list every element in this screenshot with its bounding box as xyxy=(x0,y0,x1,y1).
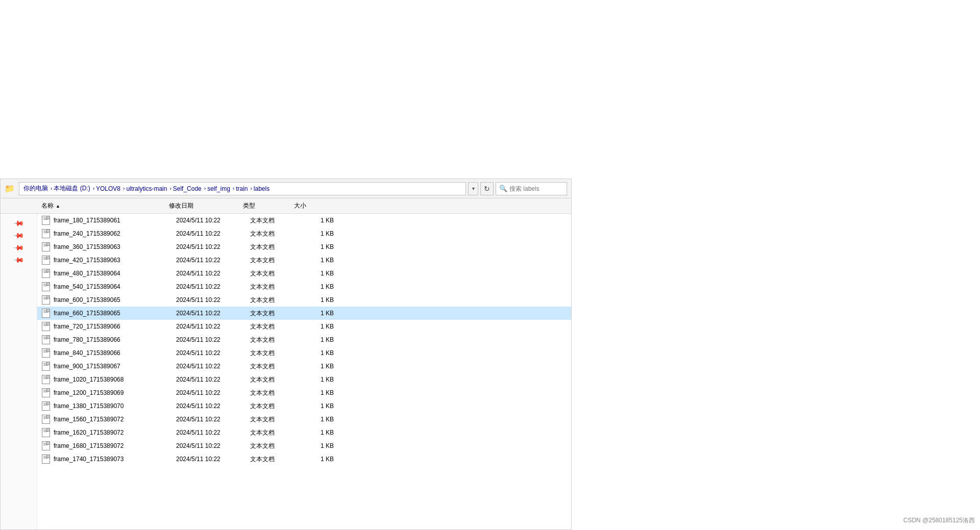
path-segment-self-img[interactable]: self_img › xyxy=(207,185,236,192)
search-input[interactable] xyxy=(509,185,564,192)
table-row[interactable]: frame_1200_1715389069 2024/5/11 10:22 文本… xyxy=(37,386,571,399)
file-size: 1 KB xyxy=(301,270,342,277)
path-label-train[interactable]: train xyxy=(236,185,248,192)
txt-file-icon xyxy=(42,388,50,397)
table-row[interactable]: frame_660_1715389065 2024/5/11 10:22 文本文… xyxy=(37,307,571,320)
col-header-date[interactable]: 修改日期 xyxy=(165,198,239,213)
table-row[interactable]: frame_720_1715389066 2024/5/11 10:22 文本文… xyxy=(37,320,571,333)
table-row[interactable]: frame_1740_1715389073 2024/5/11 10:22 文本… xyxy=(37,452,571,466)
path-label-local-disk[interactable]: 本地磁盘 (D:) xyxy=(54,184,90,193)
top-area xyxy=(0,0,980,179)
file-date: 2024/5/11 10:22 xyxy=(176,429,250,436)
path-label-my-computer[interactable]: 你的电脑 xyxy=(23,184,48,193)
path-chevron-0: › xyxy=(51,186,52,191)
file-icon xyxy=(41,362,51,371)
file-icon xyxy=(41,455,51,464)
file-type: 文本文档 xyxy=(250,243,301,251)
table-row[interactable]: frame_900_1715389067 2024/5/11 10:22 文本文… xyxy=(37,360,571,373)
path-segment-yolov8[interactable]: YOLOV8 › xyxy=(96,185,126,192)
pin-icon-3[interactable]: 📌 xyxy=(11,253,26,267)
col-header-name[interactable]: 名称 ▲ xyxy=(37,198,165,213)
file-icon xyxy=(41,282,51,291)
table-row[interactable]: frame_1620_1715389072 2024/5/11 10:22 文本… xyxy=(37,426,571,439)
table-row[interactable]: frame_480_1715389064 2024/5/11 10:22 文本文… xyxy=(37,267,571,280)
table-row[interactable]: frame_1680_1715389072 2024/5/11 10:22 文本… xyxy=(37,439,571,452)
file-type: 文本文档 xyxy=(250,455,301,464)
txt-file-icon xyxy=(42,295,50,305)
path-label-self-code[interactable]: Self_Code xyxy=(173,185,202,192)
file-icon xyxy=(41,309,51,318)
file-name: frame_420_1715389063 xyxy=(54,257,176,264)
path-label-ultralytics[interactable]: ultralytics-main xyxy=(126,185,167,192)
table-row[interactable]: frame_1380_1715389070 2024/5/11 10:22 文本… xyxy=(37,399,571,413)
txt-file-icon xyxy=(42,401,50,411)
file-date: 2024/5/11 10:22 xyxy=(176,416,250,423)
file-size: 1 KB xyxy=(301,257,342,264)
file-name: frame_900_1715389067 xyxy=(54,363,176,370)
table-row[interactable]: frame_1560_1715389072 2024/5/11 10:22 文本… xyxy=(37,413,571,426)
file-name: frame_720_1715389066 xyxy=(54,323,176,330)
path-segment-train[interactable]: train › xyxy=(236,185,254,192)
explorer-window: 📁 你的电脑 › 本地磁盘 (D:) › YOLOV8 › ultralytic… xyxy=(0,179,572,530)
table-row[interactable]: frame_360_1715389063 2024/5/11 10:22 文本文… xyxy=(37,240,571,254)
refresh-button[interactable]: ↻ xyxy=(480,182,494,195)
table-row[interactable]: frame_240_1715389062 2024/5/11 10:22 文本文… xyxy=(37,227,571,240)
column-headers: 名称 ▲ 修改日期 类型 大小 xyxy=(1,198,571,214)
file-size: 1 KB xyxy=(301,363,342,370)
table-row[interactable]: frame_540_1715389064 2024/5/11 10:22 文本文… xyxy=(37,280,571,293)
txt-file-icon xyxy=(42,309,50,318)
file-size: 1 KB xyxy=(301,323,342,330)
path-label-self-img[interactable]: self_img xyxy=(207,185,230,192)
file-icon xyxy=(41,229,51,238)
txt-file-icon xyxy=(42,455,50,464)
search-icon: 🔍 xyxy=(499,185,507,192)
file-name: frame_600_1715389065 xyxy=(54,296,176,304)
txt-file-icon xyxy=(42,269,50,278)
file-date: 2024/5/11 10:22 xyxy=(176,323,250,330)
table-row[interactable]: frame_180_1715389061 2024/5/11 10:22 文本文… xyxy=(37,214,571,227)
search-box[interactable]: 🔍 xyxy=(496,182,567,195)
file-name: frame_840_1715389066 xyxy=(54,349,176,357)
path-segment-my-computer[interactable]: 你的电脑 › xyxy=(23,184,54,193)
file-list[interactable]: frame_180_1715389061 2024/5/11 10:22 文本文… xyxy=(37,214,571,529)
file-type: 文本文档 xyxy=(250,309,301,318)
file-date: 2024/5/11 10:22 xyxy=(176,376,250,383)
file-date: 2024/5/11 10:22 xyxy=(176,363,250,370)
file-type: 文本文档 xyxy=(250,428,301,437)
file-size: 1 KB xyxy=(301,402,342,410)
path-segment-labels[interactable]: labels xyxy=(254,185,270,192)
file-size: 1 KB xyxy=(301,336,342,343)
txt-file-icon xyxy=(42,335,50,344)
file-size: 1 KB xyxy=(301,283,342,290)
table-row[interactable]: frame_420_1715389063 2024/5/11 10:22 文本文… xyxy=(37,254,571,267)
table-row[interactable]: frame_1020_1715389068 2024/5/11 10:22 文本… xyxy=(37,373,571,386)
path-segment-ultralytics[interactable]: ultralytics-main › xyxy=(126,185,173,192)
file-icon xyxy=(41,441,51,450)
col-header-type[interactable]: 类型 xyxy=(239,198,290,213)
table-row[interactable]: frame_840_1715389066 2024/5/11 10:22 文本文… xyxy=(37,346,571,360)
address-bar-path[interactable]: 你的电脑 › 本地磁盘 (D:) › YOLOV8 › ultralytics-… xyxy=(19,182,466,195)
file-type: 文本文档 xyxy=(250,269,301,278)
address-bar: 📁 你的电脑 › 本地磁盘 (D:) › YOLOV8 › ultralytic… xyxy=(1,179,571,198)
file-type: 文本文档 xyxy=(250,322,301,331)
file-date: 2024/5/11 10:22 xyxy=(176,402,250,410)
col-name-label: 名称 xyxy=(41,201,54,210)
col-header-size[interactable]: 大小 xyxy=(290,198,331,213)
address-dropdown-button[interactable]: ▾ xyxy=(468,182,478,195)
file-name: frame_1200_1715389069 xyxy=(54,389,176,396)
left-panel: 📌 📌 📌 📌 xyxy=(1,214,37,529)
file-name: frame_1680_1715389072 xyxy=(54,442,176,449)
file-size: 1 KB xyxy=(301,442,342,449)
path-label-yolov8[interactable]: YOLOV8 xyxy=(96,185,120,192)
file-name: frame_660_1715389065 xyxy=(54,310,176,317)
path-segment-local-disk[interactable]: 本地磁盘 (D:) › xyxy=(54,184,96,193)
file-type: 文本文档 xyxy=(250,283,301,291)
file-name: frame_180_1715389061 xyxy=(54,217,176,224)
table-row[interactable]: frame_780_1715389066 2024/5/11 10:22 文本文… xyxy=(37,333,571,346)
path-segment-self-code[interactable]: Self_Code › xyxy=(173,185,207,192)
txt-file-icon xyxy=(42,428,50,437)
path-label-labels[interactable]: labels xyxy=(254,185,270,192)
table-row[interactable]: frame_600_1715389065 2024/5/11 10:22 文本文… xyxy=(37,293,571,307)
file-icon xyxy=(41,216,51,225)
txt-file-icon xyxy=(42,415,50,424)
